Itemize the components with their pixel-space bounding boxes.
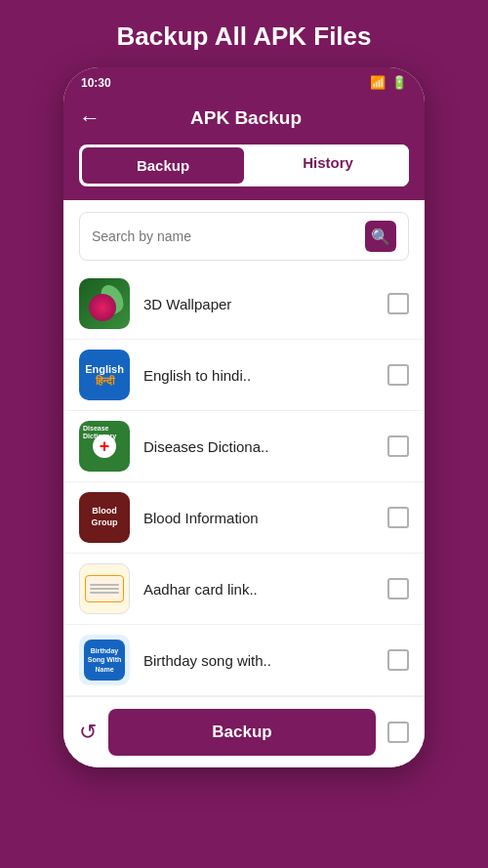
app-body: 🔍 3D Wallpaper English हिन्दी Englis [63, 200, 425, 696]
status-icons: 📶 🔋 [370, 75, 407, 90]
app-name: English to hindi.. [143, 367, 374, 384]
list-item: English हिन्दी English to hindi.. [63, 340, 425, 411]
list-item: DiseaseDictionary + Diseases Dictiona.. [63, 411, 425, 482]
page-title: Backup All APK Files [97, 0, 390, 67]
app-icon-birthday: BirthdaySong WithName [79, 635, 130, 685]
battery-icon: 🔋 [391, 75, 407, 90]
list-item: BloodGroup Blood Information [63, 482, 425, 554]
app-icon-disease: DiseaseDictionary + [79, 421, 130, 472]
app-list: 3D Wallpaper English हिन्दी English to h… [63, 269, 425, 696]
search-button[interactable]: 🔍 [365, 221, 396, 252]
search-bar: 🔍 [79, 212, 409, 261]
backup-button[interactable]: Backup [108, 709, 376, 756]
app-checkbox[interactable] [387, 435, 409, 457]
wifi-icon: 📶 [370, 75, 386, 90]
tab-history[interactable]: History [247, 145, 409, 186]
app-checkbox[interactable] [387, 507, 409, 528]
list-item: Aadhar card link.. [63, 554, 425, 625]
search-icon: 🔍 [371, 227, 390, 246]
bottom-checkbox[interactable] [387, 722, 409, 743]
app-checkbox[interactable] [387, 364, 409, 386]
tabs: Backup History [79, 145, 409, 186]
app-name: Diseases Dictiona.. [143, 438, 374, 455]
refresh-icon[interactable]: ↺ [79, 720, 97, 745]
app-icon-wallpaper [79, 278, 130, 329]
tab-backup[interactable]: Backup [82, 147, 244, 184]
app-icon-blood: BloodGroup [79, 492, 130, 543]
app-icon-aadhar [79, 563, 130, 614]
phone-frame: 10:30 📶 🔋 ← APK Backup Backup History 🔍 [63, 67, 425, 767]
app-name: Blood Information [143, 510, 374, 526]
app-name: Birthday song with.. [143, 652, 374, 669]
bottom-bar: ↺ Backup [63, 696, 425, 767]
app-name: 3D Wallpaper [143, 296, 374, 312]
back-button[interactable]: ← [79, 105, 101, 131]
list-item: BirthdaySong WithName Birthday song with… [63, 625, 425, 696]
tabs-container: Backup History [63, 145, 425, 200]
status-bar: 10:30 📶 🔋 [63, 67, 425, 96]
app-header: ← APK Backup [63, 96, 425, 145]
app-icon-english: English हिन्दी [79, 350, 130, 400]
search-input[interactable] [92, 228, 357, 244]
app-header-title: APK Backup [112, 107, 409, 129]
app-checkbox[interactable] [387, 293, 409, 314]
app-name: Aadhar card link.. [143, 581, 374, 598]
app-checkbox[interactable] [387, 649, 409, 671]
app-checkbox[interactable] [387, 578, 409, 599]
list-item: 3D Wallpaper [63, 269, 425, 340]
status-time: 10:30 [81, 76, 111, 90]
